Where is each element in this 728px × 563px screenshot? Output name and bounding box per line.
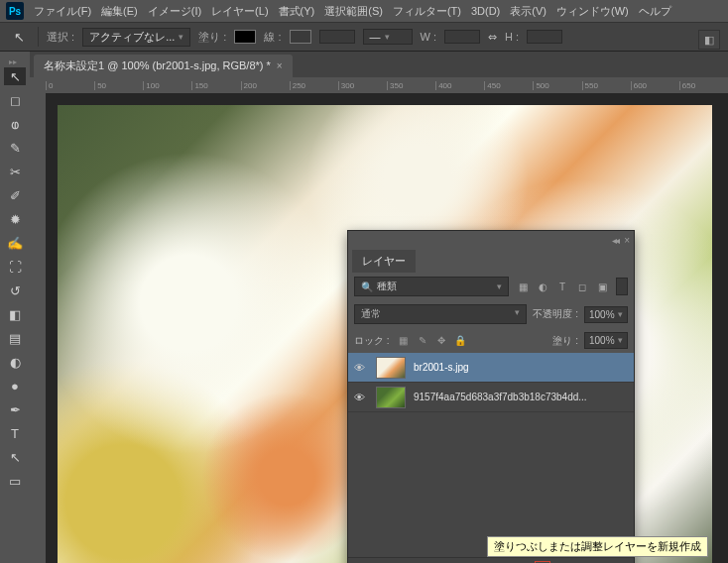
quick-select-tool[interactable]: ✎	[4, 139, 26, 157]
stroke-swatch[interactable]	[290, 30, 311, 44]
menu-help[interactable]: ヘルプ	[639, 4, 671, 19]
width-input[interactable]	[444, 30, 480, 44]
fill-swatch[interactable]	[234, 30, 256, 44]
menu-view[interactable]: 表示(V)	[510, 4, 546, 19]
stroke-label: 線 :	[264, 30, 281, 45]
eyedropper-tool[interactable]: ✐	[4, 186, 26, 204]
move-tool-icon[interactable]: ↖	[8, 28, 30, 46]
lock-transparent-icon[interactable]: ▦	[396, 334, 412, 348]
select-dropdown[interactable]: アクティブなレ...▾	[82, 28, 190, 47]
move-tool[interactable]: ↖	[4, 67, 26, 85]
blend-mode-dropdown[interactable]: 通常▾	[354, 304, 527, 324]
menu-type[interactable]: 書式(Y)	[279, 4, 315, 19]
stroke-width-input[interactable]	[319, 30, 355, 44]
lasso-tool[interactable]: ⱷ	[4, 115, 26, 133]
gradient-tool[interactable]: ▤	[4, 329, 26, 347]
brush-tool[interactable]: ✍	[4, 234, 26, 252]
visibility-icon[interactable]: 👁	[354, 362, 368, 374]
lock-pixels-icon[interactable]: ✎	[415, 334, 430, 348]
ruler-corner	[30, 77, 46, 93]
filter-shape-icon[interactable]: ◻	[574, 280, 590, 293]
document-area: 名称未設定1 @ 100% (br2001-s.jpg, RGB/8*) * ×…	[30, 52, 728, 563]
toolbox: ▸▸ ↖ ◻ ⱷ ✎ ✂ ✐ ✹ ✍ ⛶ ↺ ◧ ▤ ◐ ● ✒ T ↖ ▭	[0, 52, 30, 563]
stamp-tool[interactable]: ⛶	[4, 258, 26, 276]
layers-footer: ⬭ fx. ◼ ◐ 🗀 ◻ 🗑	[348, 557, 634, 563]
document-tabbar: 名称未設定1 @ 100% (br2001-s.jpg, RGB/8*) * ×	[30, 52, 728, 77]
layer-thumbnail[interactable]	[376, 357, 406, 379]
layer-filter-dropdown[interactable]: 🔍 種類 ▾	[354, 277, 509, 296]
filter-type-icon[interactable]: T	[554, 280, 570, 293]
crop-tool[interactable]: ✂	[4, 163, 26, 180]
history-brush-tool[interactable]: ↺	[4, 282, 26, 299]
filter-toggle[interactable]	[616, 278, 628, 295]
w-label: W :	[421, 31, 437, 43]
panel-icon-1[interactable]: ◧	[698, 30, 720, 50]
panel-close-icon[interactable]: ×	[624, 235, 630, 246]
menu-filter[interactable]: フィルター(T)	[393, 4, 461, 19]
tooltip: 塗りつぶしまたは調整レイヤーを新規作成	[487, 536, 708, 557]
height-input[interactable]	[527, 30, 562, 44]
layer-thumbnail[interactable]	[376, 387, 406, 408]
close-tab-icon[interactable]: ×	[277, 60, 283, 71]
toolbox-collapse-icon[interactable]: ▸▸	[9, 57, 21, 61]
layers-tab[interactable]: レイヤー	[352, 250, 416, 273]
fill-opacity-label: 塗り :	[552, 334, 578, 348]
heal-tool[interactable]: ✹	[4, 210, 26, 228]
menu-edit[interactable]: 編集(E)	[101, 4, 138, 19]
blur-tool[interactable]: ◐	[4, 353, 26, 371]
shape-tool[interactable]: ▭	[4, 472, 26, 490]
layer-list: 👁 br2001-s.jpg 👁 9157f4aa75d683a3f7db3b1…	[348, 353, 634, 557]
layer-row[interactable]: 👁 9157f4aa75d683a3f7db3b18c73b4dd...	[348, 383, 634, 412]
visibility-icon[interactable]: 👁	[354, 392, 368, 403]
lock-label: ロック :	[354, 334, 390, 348]
menu-select[interactable]: 選択範囲(S)	[324, 4, 383, 19]
app-logo: Ps	[6, 2, 24, 20]
layer-name[interactable]: 9157f4aa75d683a3f7db3b18c73b4dd...	[414, 392, 628, 402]
layers-panel: ◂◂ × レイヤー 🔍 種類 ▾ ▦ ◐ T ◻ ▣	[347, 230, 635, 563]
document-tab[interactable]: 名称未設定1 @ 100% (br2001-s.jpg, RGB/8*) * ×	[34, 55, 293, 77]
filter-pixel-icon[interactable]: ▦	[515, 280, 531, 293]
marquee-tool[interactable]: ◻	[4, 91, 26, 109]
h-label: H :	[505, 31, 519, 43]
menu-file[interactable]: ファイル(F)	[34, 4, 91, 19]
panel-menu-icon[interactable]: ◂◂	[612, 235, 618, 246]
menu-3d[interactable]: 3D(D)	[471, 5, 500, 17]
menu-image[interactable]: イメージ(I)	[148, 4, 201, 19]
options-bar: ↖ 選択 : アクティブなレ...▾ 塗り : 線 : —▾ W : ⇔ H :	[0, 22, 728, 52]
ruler-vertical[interactable]	[30, 93, 46, 563]
menu-layer[interactable]: レイヤー(L)	[211, 4, 268, 19]
layer-name[interactable]: br2001-s.jpg	[414, 362, 628, 373]
lock-all-icon[interactable]: 🔒	[452, 334, 468, 348]
lock-position-icon[interactable]: ✥	[433, 334, 449, 348]
fill-label: 塗り :	[198, 30, 226, 45]
link-wh-icon[interactable]: ⇔	[488, 31, 497, 44]
document-tab-title: 名称未設定1 @ 100% (br2001-s.jpg, RGB/8*) *	[44, 58, 271, 73]
layer-row[interactable]: 👁 br2001-s.jpg	[348, 353, 634, 383]
opacity-label: 不透明度 :	[533, 307, 578, 321]
dodge-tool[interactable]: ●	[4, 377, 26, 394]
type-tool[interactable]: T	[4, 424, 26, 442]
pen-tool[interactable]: ✒	[4, 400, 26, 418]
menu-bar: Ps ファイル(F) 編集(E) イメージ(I) レイヤー(L) 書式(Y) 選…	[0, 0, 728, 22]
opacity-input[interactable]: 100%▾	[584, 306, 628, 323]
fill-opacity-input[interactable]: 100%▾	[584, 332, 628, 349]
filter-smart-icon[interactable]: ▣	[594, 280, 610, 293]
eraser-tool[interactable]: ◧	[4, 305, 26, 323]
stroke-style-dropdown[interactable]: —▾	[363, 29, 413, 45]
ruler-horizontal[interactable]: 050100150200250300350400450500550600650	[46, 77, 728, 93]
path-select-tool[interactable]: ↖	[4, 448, 26, 466]
filter-adjust-icon[interactable]: ◐	[535, 280, 550, 293]
menu-window[interactable]: ウィンドウ(W)	[556, 4, 629, 19]
panel-header[interactable]: ◂◂ ×	[348, 231, 634, 249]
select-label: 選択 :	[47, 30, 74, 45]
